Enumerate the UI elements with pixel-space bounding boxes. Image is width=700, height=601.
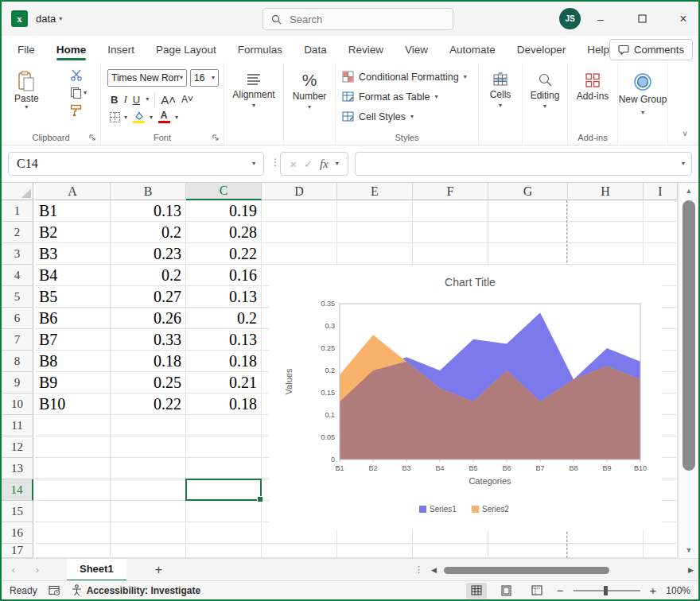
tab-home[interactable]: Home [56,36,87,63]
format-as-table-button[interactable]: Format as Table ▾ [336,87,478,107]
cell-E2[interactable] [337,222,413,243]
cell-C11[interactable] [186,415,262,436]
copy-button[interactable] [70,87,82,99]
column-header-i[interactable]: I [644,183,678,200]
sheet-tab-sheet1[interactable]: Sheet1 [67,559,126,581]
cell-F2[interactable] [413,222,488,243]
cell-H3[interactable] [568,243,644,265]
cell-C7[interactable]: 0.13 [186,329,262,351]
underline-chevron-icon[interactable]: ▾ [146,96,149,103]
cell-C1[interactable]: 0.19 [186,200,262,222]
accessibility-status[interactable]: Accessibility: Investigate [72,584,200,596]
cell-C5[interactable]: 0.13 [186,286,262,308]
tab-automate[interactable]: Automate [449,36,496,63]
selected-cell-C14[interactable] [185,479,262,501]
embedded-chart[interactable]: B1B2B3B4B5B6B7B8B9B1000.050.10.150.20.25… [269,265,662,530]
cell-H1[interactable] [568,200,644,222]
document-name[interactable]: data ▾ [36,13,62,25]
row-header-5[interactable]: 5 [2,286,33,308]
column-header-b[interactable]: B [111,183,186,200]
cell-A14[interactable] [35,479,111,501]
cell-C6[interactable]: 0.2 [186,308,262,329]
cell-B4[interactable]: 0.2 [111,265,186,286]
vertical-scrollbar[interactable]: ▲ ▼ [678,183,698,558]
cell-E3[interactable] [337,243,413,265]
select-all-corner[interactable] [2,183,33,200]
paste-button[interactable]: Paste ▾ [14,71,39,111]
page-layout-view-button[interactable] [496,583,517,599]
cell-A17[interactable] [35,544,111,558]
tab-formulas[interactable]: Formulas [238,36,282,63]
tab-data[interactable]: Data [304,36,327,63]
insert-function-button[interactable]: fx [320,157,329,171]
cell-B3[interactable]: 0.23 [111,243,186,265]
confirm-entry-button[interactable]: ✓ [304,158,313,170]
row-header-7[interactable]: 7 [2,329,33,351]
row-header-12[interactable]: 12 [2,436,33,458]
chart-title[interactable]: Chart Title [445,276,496,289]
font-size-select[interactable]: 16 ▾ [190,69,219,87]
cell-B1[interactable]: 0.13 [111,200,186,222]
cell-G2[interactable] [488,222,568,243]
borders-chevron-icon[interactable]: ▾ [124,114,127,121]
cell-B2[interactable]: 0.2 [111,222,186,243]
increase-font-button[interactable]: A˄ [161,93,176,107]
name-box[interactable]: C14 ▾ [8,152,264,176]
row-header-13[interactable]: 13 [2,458,33,479]
x-axis-title[interactable]: Categories [469,476,511,486]
cell-E17[interactable] [337,544,413,558]
cell-B7[interactable]: 0.33 [111,329,186,351]
cell-C9[interactable]: 0.21 [186,372,262,394]
cell-C3[interactable]: 0.22 [186,243,262,265]
row-header-17[interactable]: 17 [2,544,33,558]
page-break-preview-button[interactable] [527,583,547,599]
cell-H2[interactable] [568,222,644,243]
tab-review[interactable]: Review [348,36,383,63]
cell-A9[interactable]: B9 [35,372,111,394]
row-header-6[interactable]: 6 [2,308,33,329]
cell-A11[interactable] [35,415,111,436]
cell-D3[interactable] [262,243,337,265]
scroll-up-arrow-icon[interactable]: ▲ [679,183,698,199]
cell-B15[interactable] [111,501,186,522]
cell-A1[interactable]: B1 [35,200,111,222]
cell-A3[interactable]: B3 [35,243,111,265]
legend-label-series2[interactable]: Series2 [482,505,509,514]
cell-G17[interactable] [488,544,568,558]
tab-developer[interactable]: Developer [517,36,566,63]
format-painter-button[interactable] [70,104,87,116]
zoom-in-button[interactable]: + [650,584,657,597]
maximize-button[interactable] [635,12,649,26]
row-header-4[interactable]: 4 [2,265,33,286]
cell-E1[interactable] [337,200,413,222]
cell-B12[interactable] [111,436,186,458]
cut-button[interactable] [70,69,87,81]
tab-view[interactable]: View [405,36,428,63]
avatar[interactable]: JS [559,8,581,29]
formula-bar-drag-dots[interactable]: ⋮ [270,157,280,168]
cell-B5[interactable]: 0.27 [111,286,186,308]
row-header-11[interactable]: 11 [2,415,33,436]
tab-insert[interactable]: Insert [107,36,134,63]
row-header-2[interactable]: 2 [2,222,33,243]
row-header-1[interactable]: 1 [2,200,33,222]
cell-B10[interactable]: 0.22 [111,394,186,415]
fill-color-chevron-icon[interactable]: ▾ [150,114,153,121]
cell-C2[interactable]: 0.28 [186,222,262,243]
cell-A7[interactable]: B7 [35,329,111,351]
scroll-left-arrow-icon[interactable]: ◀ [431,566,437,574]
cell-H17[interactable] [568,544,644,558]
font-color-chevron-icon[interactable]: ▾ [175,114,178,121]
row-header-3[interactable]: 3 [2,243,33,265]
minimize-button[interactable]: – [593,12,608,26]
collapse-ribbon-button[interactable]: ˅ [682,130,687,138]
close-button[interactable]: × [676,12,690,26]
copy-chevron-icon[interactable]: ▾ [84,90,87,96]
cell-B17[interactable] [111,544,186,558]
row-header-9[interactable]: 9 [2,372,33,394]
cell-I3[interactable] [644,243,678,265]
clipboard-dialog-launcher[interactable] [89,134,96,142]
cell-B14[interactable] [111,479,186,501]
cell-A2[interactable]: B2 [35,222,111,243]
tab-help[interactable]: Help [587,36,609,63]
